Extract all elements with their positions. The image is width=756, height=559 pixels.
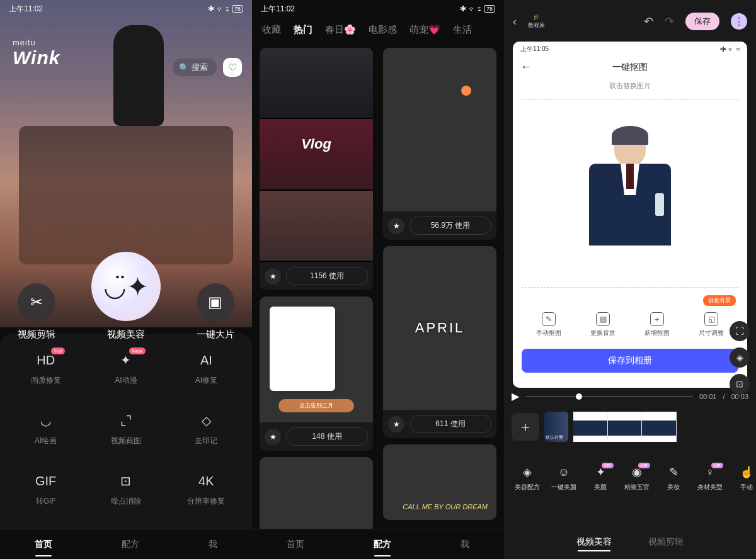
makeup[interactable]: ✎美妆 (656, 465, 690, 492)
template-thumb: CALL ME BY OUR DREAM (383, 444, 496, 520)
editor-topbar: ‹ 🎓 教程库 ↶ ↷ 保存 ⋮ (504, 6, 756, 37)
tutorial-library-button[interactable]: 🎓 教程库 (528, 14, 545, 30)
template-card-april[interactable]: APRIL ★611 使用 (383, 246, 496, 438)
video-beauty-button[interactable]: ◡̈✦ 视频美容 (91, 252, 161, 341)
fullscreen-button[interactable]: ⛶ (730, 321, 750, 341)
brand-logo: meitu Wink (13, 38, 60, 69)
use-count[interactable]: 56.9万 使用 (410, 217, 491, 235)
facial-features[interactable]: VIP◉精致五官 (620, 465, 654, 492)
brush-icon: ✎ (666, 465, 681, 480)
face-icon: ☺ (556, 465, 571, 480)
status-time: 上午11:02 (261, 4, 295, 14)
cutout-tool-row: ✎手动抠图 ▨更换背景 ＋新增抠图 ◱尺寸调整 (513, 306, 747, 344)
tab-home[interactable]: 首页 (282, 536, 309, 553)
favorite-button[interactable]: ★ (388, 416, 404, 432)
more-button[interactable]: ⋮ (731, 13, 747, 30)
play-square-icon: ▣ (208, 293, 222, 311)
tool-ai-paint[interactable]: ◡AI绘画 (8, 410, 84, 467)
beauty-face[interactable]: VIP✦美颜 (583, 465, 617, 492)
cat-cinematic[interactable]: 电影感 (369, 24, 397, 36)
beauty-recipe[interactable]: ◈美容配方 (510, 465, 544, 492)
mode-edit[interactable]: 视频剪辑 (646, 533, 686, 551)
status-icons: ✱ ᯤ ⇆ 78 (208, 5, 243, 13)
template-card-diary[interactable]: 点击告别三月 ★148 使用 (260, 296, 373, 451)
tab-recipe[interactable]: 配方 (369, 536, 396, 553)
resize-button[interactable]: ◱尺寸调整 (699, 312, 724, 337)
tool-ai-anime[interactable]: New✦AI动漫 (88, 350, 164, 407)
cat-hot[interactable]: 热门 (294, 24, 312, 36)
add-clip-button[interactable]: ＋ (512, 413, 539, 441)
gif-icon: GIF (36, 471, 56, 491)
cover-clip[interactable]: 默认封面 (544, 412, 568, 442)
manual-cutout-button[interactable]: ✎手动抠图 (536, 312, 561, 337)
play-button[interactable]: ▶ (512, 390, 519, 402)
add-cutout-button[interactable]: ＋新增抠图 (644, 312, 670, 337)
template-card-callme[interactable]: CALL ME BY OUR DREAM (383, 444, 496, 520)
one-click-movie-button[interactable]: ▣ 一键大片 (197, 283, 234, 341)
save-button[interactable]: 保存 (685, 13, 719, 30)
bottle-prop (655, 193, 664, 216)
4k-icon: 4K (196, 471, 216, 491)
layers-icon: ◈ (520, 465, 535, 480)
manual-adjust[interactable]: ☝手动 (730, 465, 756, 492)
template-card-vlog[interactable]: Vlog ★1156 使用 (260, 48, 373, 290)
favorites-button[interactable]: ♡ (223, 58, 242, 77)
template-card-girl[interactable]: ★56.9万 使用 (383, 48, 496, 240)
tab-me[interactable]: 我 (203, 536, 222, 553)
use-count[interactable]: 148 使用 (286, 427, 368, 446)
use-count[interactable]: 1156 使用 (286, 267, 368, 285)
inner-status-bar: 上午11:05 ✱ ᯤ ▭ (513, 42, 747, 57)
creative-bg-pill[interactable]: 创意背景 (703, 295, 736, 306)
status-bar: 上午11:02 ✱ ᯤ ⇆ 78 (252, 0, 504, 18)
search-input[interactable]: 🔍 搜索 (173, 59, 217, 76)
status-icons: ✱ ᯤ ⇆ 78 (460, 5, 495, 13)
timeline-clips: ＋ 默认封面 (512, 412, 748, 442)
plus-icon: ＋ (650, 312, 664, 326)
back-button[interactable]: ‹ (513, 15, 517, 28)
tool-quality-repair[interactable]: HotHD画质修复 (8, 350, 84, 407)
scissors-icon: ✂ (30, 293, 43, 311)
tool-ai-repair[interactable]: AIAI修复 (168, 350, 244, 407)
change-bg-button[interactable]: ▨更换背景 (590, 312, 616, 337)
eraser-icon: ◇ (196, 410, 216, 431)
tool-denoise[interactable]: ⊡噪点消除 (88, 471, 164, 528)
tool-remove-watermark[interactable]: ◇去印记 (168, 410, 244, 467)
progress-track[interactable] (525, 396, 693, 397)
template-grid[interactable]: Vlog ★1156 使用 点击告别三月 ★148 使用 ★56.9万 使用 (260, 48, 496, 529)
tab-recipe[interactable]: 配方 (117, 536, 144, 553)
mode-beauty[interactable]: 视频美容 (574, 533, 614, 551)
one-click-beauty[interactable]: ☺一键美颜 (547, 465, 581, 492)
beauty-tool-row: ◈美容配方 ☺一键美颜 VIP✦美颜 VIP◉精致五官 ✎美妆 VIP♀身材美型… (504, 460, 756, 497)
tool-resolution[interactable]: 4K分辨率修复 (168, 471, 244, 528)
cat-favorites[interactable]: 收藏 (262, 24, 281, 36)
cat-pet[interactable]: 萌宠💗 (410, 24, 440, 36)
cat-spring[interactable]: 春日🌸 (325, 24, 356, 36)
cat-life[interactable]: 生活 (453, 24, 472, 36)
save-to-album-button[interactable]: 保存到相册 (522, 349, 738, 373)
tool-grid: HotHD画质修复 New✦AI动漫 AIAI修复 ◡AI绘画 ⌞⌝视频截图 ◇… (0, 334, 252, 529)
template-card-sky1[interactable] (260, 457, 373, 529)
use-count[interactable]: 611 使用 (410, 415, 491, 433)
template-thumb: APRIL (383, 246, 496, 410)
template-thumb: 点击告别三月 (260, 296, 373, 422)
layers-button[interactable]: ◈ (730, 347, 750, 368)
redo-button[interactable]: ↷ (665, 14, 674, 28)
ai-icon: AI (196, 350, 216, 370)
favorite-button[interactable]: ★ (265, 429, 281, 445)
editor-mode-tabs: 视频美容 视频剪辑 (504, 533, 756, 551)
video-clip[interactable] (573, 412, 677, 442)
template-thumb (383, 48, 496, 212)
tool-screenshot[interactable]: ⌞⌝视频截图 (88, 410, 164, 467)
tab-me[interactable]: 我 (455, 536, 474, 553)
body-shape[interactable]: VIP♀身材美型 (693, 465, 727, 492)
search-icon: 🔍 (179, 63, 189, 72)
undo-button[interactable]: ↶ (644, 14, 653, 28)
tab-home[interactable]: 首页 (30, 536, 57, 553)
template-thumb: Vlog (260, 48, 373, 262)
favorite-button[interactable]: ★ (265, 268, 281, 285)
tool-gif[interactable]: GIF转GIF (8, 471, 84, 528)
cutout-canvas[interactable] (522, 99, 738, 288)
favorite-button[interactable]: ★ (388, 218, 404, 234)
video-edit-button[interactable]: ✂ 视频剪辑 (18, 283, 55, 341)
hero-illustration (113, 25, 164, 126)
